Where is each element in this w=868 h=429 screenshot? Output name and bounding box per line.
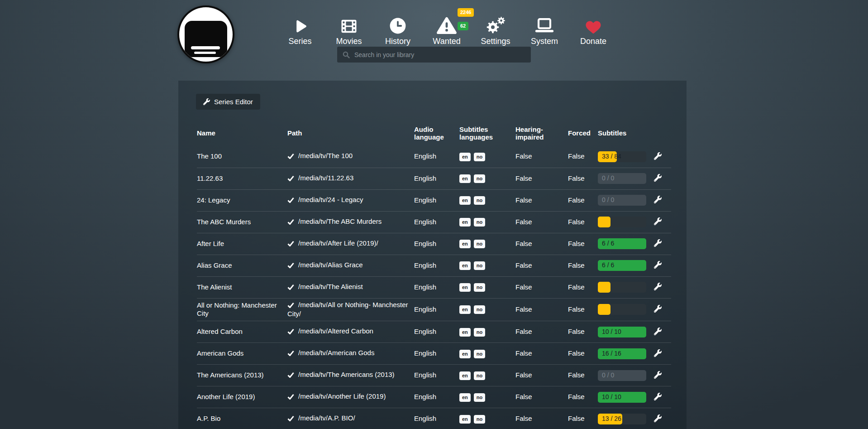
subtitle-language-badge[interactable]: no <box>474 261 485 270</box>
nav-label: Donate <box>580 37 606 45</box>
subtitle-language-badge[interactable]: en <box>459 305 471 314</box>
subtitles-progress-label: 13 / 26 <box>602 415 621 423</box>
subtitle-language-badge[interactable]: en <box>459 415 471 424</box>
subtitle-language-badge[interactable]: no <box>474 283 485 292</box>
table-row: The 100 /media/tv/The 100 English enno F… <box>197 146 671 168</box>
subtitle-language-badge[interactable]: en <box>459 350 471 358</box>
nav-item-system[interactable]: System <box>520 8 569 45</box>
subtitle-language-badge[interactable]: no <box>474 240 485 248</box>
nav-item-history[interactable]: History <box>373 8 422 45</box>
series-path: /media/tv/The 100 <box>298 152 353 159</box>
series-name: 11.22.63 <box>197 168 287 189</box>
nav-label: Movies <box>336 37 362 45</box>
heart-icon <box>585 14 601 34</box>
subtitle-language-badge[interactable]: no <box>474 415 485 424</box>
subtitles-progress-label: 16 / 16 <box>602 350 621 358</box>
hearing-impaired-value: False <box>515 365 568 386</box>
table-row: 24: Legacy /media/tv/24 - Legacy English… <box>197 189 671 211</box>
subtitle-language-badge[interactable]: no <box>474 393 485 402</box>
search-input[interactable] <box>354 51 525 58</box>
subtitle-language-badge[interactable]: no <box>474 196 485 205</box>
search-icon <box>343 51 350 58</box>
forced-value: False <box>568 233 598 255</box>
subtitle-language-badge[interactable]: en <box>459 174 471 183</box>
subtitle-language-badge[interactable]: en <box>459 153 471 161</box>
check-icon <box>287 218 294 227</box>
subtitles-progress-label: 33 / 84 <box>602 153 621 161</box>
forced-value: False <box>568 255 598 276</box>
table-row: Another Life (2019) /media/tv/Another Li… <box>197 386 671 408</box>
subtitle-language-badge[interactable]: en <box>459 218 471 227</box>
forced-value: False <box>568 298 598 321</box>
edit-series-button[interactable] <box>653 195 663 204</box>
edit-series-button[interactable] <box>653 348 663 358</box>
series-path: /media/tv/Altered Carbon <box>298 327 373 335</box>
forced-value: False <box>568 168 598 189</box>
subtitle-language-badge[interactable]: no <box>474 328 485 337</box>
subtitle-language-badge[interactable]: no <box>474 350 485 358</box>
subtitle-language-badge[interactable]: en <box>459 328 471 337</box>
forced-value: False <box>568 386 598 408</box>
edit-series-button[interactable] <box>653 392 663 401</box>
series-name: Altered Carbon <box>197 321 287 343</box>
edit-series-button[interactable] <box>653 414 663 423</box>
subtitle-language-badge[interactable]: en <box>459 393 471 402</box>
series-editor-label: Series Editor <box>214 98 253 106</box>
check-icon <box>287 350 294 358</box>
edit-series-button[interactable] <box>653 304 663 313</box>
audio-language: English <box>414 211 459 233</box>
subtitle-language-badge[interactable]: no <box>474 174 485 183</box>
edit-series-button[interactable] <box>653 260 663 270</box>
subtitles-progress <box>598 304 646 315</box>
hearing-impaired-value: False <box>515 189 568 211</box>
table-header-row: Name Path Audio language Subtitles langu… <box>197 121 671 146</box>
nav-item-settings[interactable]: Settings <box>471 8 520 45</box>
subtitles-progress: 0 / 0 <box>598 370 646 381</box>
edit-series-button[interactable] <box>653 282 663 291</box>
subtitle-language-badge[interactable]: no <box>474 153 485 161</box>
edit-series-button[interactable] <box>653 151 663 161</box>
logo-tv-icon <box>185 21 227 57</box>
subtitle-language-badge[interactable]: en <box>459 196 471 205</box>
edit-series-button[interactable] <box>653 327 663 336</box>
subtitles-progress-label: 10 / 10 <box>602 393 621 401</box>
series-path: /media/tv/11.22.63 <box>298 174 353 182</box>
subtitle-language-badge[interactable]: en <box>459 371 471 380</box>
subtitles-progress-label: 10 / 10 <box>602 328 621 336</box>
subtitles-progress <box>598 282 646 293</box>
check-icon <box>287 393 294 402</box>
table-row: American Gods /media/tv/American Gods En… <box>197 343 671 365</box>
header-audio-language: Audio language <box>414 121 459 146</box>
edit-series-button[interactable] <box>653 370 663 380</box>
app-logo[interactable] <box>177 5 234 63</box>
nav-item-series[interactable]: Series <box>276 8 324 45</box>
nav-label: Wanted <box>433 37 460 45</box>
series-editor-button[interactable]: Series Editor <box>196 94 260 110</box>
subtitles-progress-label: 0 / 0 <box>602 371 614 380</box>
nav-item-donate[interactable]: Donate <box>569 8 618 45</box>
nav-item-movies[interactable]: Movies <box>324 8 373 45</box>
audio-language: English <box>414 168 459 189</box>
series-name: A.P. Bio <box>197 408 287 429</box>
library-search <box>337 47 531 63</box>
check-icon <box>287 262 294 270</box>
edit-series-button[interactable] <box>653 238 663 248</box>
subtitle-language-badge[interactable]: en <box>459 240 471 248</box>
subtitle-language-badge[interactable]: no <box>474 371 485 380</box>
clock-icon <box>389 14 406 34</box>
edit-series-button[interactable] <box>653 173 663 183</box>
subtitle-language-badge[interactable]: no <box>474 305 485 314</box>
subtitle-language-badge[interactable]: no <box>474 218 485 227</box>
header-forced: Forced <box>568 121 598 146</box>
audio-language: English <box>414 386 459 408</box>
check-icon <box>287 240 294 249</box>
nav-label: System <box>531 37 558 45</box>
subtitles-progress: 13 / 26 <box>598 414 646 424</box>
subtitle-language-badge[interactable]: en <box>459 261 471 270</box>
nav-item-wanted[interactable]: 2246 62 Wanted <box>422 8 471 45</box>
subtitles-progress-fill <box>598 217 610 227</box>
edit-series-button[interactable] <box>653 217 663 226</box>
subtitle-language-badge[interactable]: en <box>459 283 471 292</box>
hearing-impaired-value: False <box>515 386 568 408</box>
header-hearing-impaired: Hearing-impaired <box>515 121 568 146</box>
